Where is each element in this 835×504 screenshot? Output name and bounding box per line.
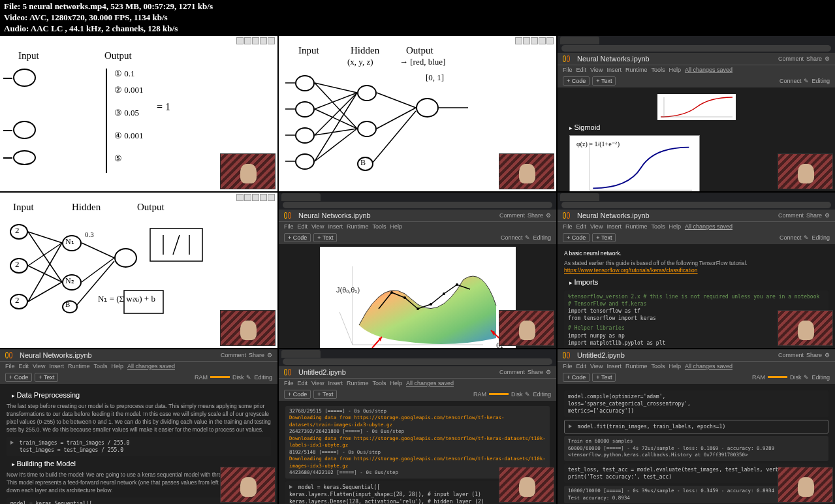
- code-cell[interactable]: train_images = train_images / 255.0 test…: [7, 437, 271, 456]
- webcam-overlay: [778, 467, 833, 503]
- svg-line-21: [28, 232, 62, 282]
- panel-colab-preprocess: Neural Networks.ipynb CommentShare⚙ File…: [0, 349, 277, 504]
- menu-file[interactable]: File: [563, 67, 573, 73]
- svg-point-41: [443, 292, 445, 295]
- svg-line-20: [28, 232, 62, 243]
- webcam-overlay: [778, 153, 833, 189]
- svg-line-8: [377, 93, 416, 108]
- svg-line-2: [315, 93, 357, 109]
- panel-whiteboard-3: Input Hidden Output 2 2 2 N₁ N₂ B 0.3: [0, 193, 277, 348]
- section-sigmoid: Sigmoid: [564, 123, 828, 133]
- gear-icon[interactable]: ⚙: [825, 55, 830, 62]
- svg-line-23: [28, 266, 62, 282]
- menu-tools[interactable]: Tools: [651, 67, 665, 73]
- menu-help[interactable]: Help: [669, 67, 681, 73]
- svg-line-10: [372, 111, 416, 163]
- svg-line-7: [315, 129, 357, 161]
- panel-whiteboard-1: Input Output ① 0.1 ② 0.001 ③ 0.05 = 1 ④ …: [0, 36, 277, 191]
- svg-point-37: [390, 291, 393, 294]
- webcam-overlay: [499, 153, 554, 189]
- menu-view[interactable]: View: [590, 67, 603, 73]
- svg-rect-29: [150, 228, 202, 261]
- add-code-button[interactable]: + Code: [563, 76, 590, 86]
- comment-button[interactable]: Comment: [778, 55, 804, 62]
- svg-line-1: [315, 83, 357, 129]
- svg-line-9: [377, 108, 416, 129]
- svg-line-6: [315, 93, 357, 161]
- webcam-overlay: [499, 467, 554, 503]
- menu-runtime[interactable]: Runtime: [625, 67, 648, 73]
- svg-line-22: [28, 243, 62, 266]
- file-info-line2: Video: AVC, 1280x720, 30.000 FPS, 1134 k…: [4, 12, 831, 24]
- run-cell-icon[interactable]: [10, 441, 14, 445]
- panel-colab-download: Untitled2.ipynb CommentShare⚙ FileEditVi…: [279, 349, 556, 504]
- svg-point-39: [417, 307, 419, 310]
- notebook-title[interactable]: Neural Networks.ipynb: [577, 212, 650, 219]
- axis-j: J(θ₀,θ₁): [336, 286, 360, 294]
- svg-line-27: [82, 258, 114, 282]
- svg-line-35: [339, 312, 353, 345]
- svg-line-0: [315, 83, 357, 93]
- notebook-title[interactable]: Neural Networks.ipynb: [577, 55, 650, 63]
- code-cell[interactable]: model.compile(optimizer='adam', loss='sp…: [564, 390, 828, 418]
- svg-point-40: [430, 303, 432, 306]
- tutorial-link[interactable]: https://www.tensorflow.org/tutorials/ker…: [564, 267, 698, 274]
- svg-line-5: [315, 129, 357, 135]
- colab-logo-icon: [563, 55, 573, 62]
- svg-point-42: [456, 283, 458, 286]
- menu-insert[interactable]: Insert: [607, 67, 622, 73]
- svg-line-3: [315, 109, 357, 129]
- menu-edit[interactable]: Edit: [576, 67, 587, 73]
- file-info-line1: File: 5 neural networks.mp4, 523 MB, 00:…: [4, 1, 831, 12]
- svg-line-24: [28, 243, 62, 302]
- webcam-overlay: [499, 310, 554, 346]
- code-cell-active[interactable]: model.fit(train_images, train_labels, ep…: [564, 420, 828, 433]
- wb1-input: Input: [18, 50, 39, 61]
- notebook-title[interactable]: Untitled2.ipynb: [298, 368, 346, 376]
- connect-button[interactable]: Connect: [780, 78, 802, 84]
- wb1-output: Output: [104, 50, 132, 61]
- panel-colab-fit: Untitled2.ipynb CommentShare⚙ FileEditVi…: [558, 349, 835, 504]
- webcam-overlay: [220, 153, 276, 189]
- svg-line-31: [173, 235, 180, 255]
- svg-line-25: [28, 282, 62, 302]
- webcam-overlay: [220, 467, 276, 503]
- svg-line-4: [315, 93, 357, 135]
- colab-logo-icon: [284, 212, 294, 219]
- panel-whiteboard-2: Input Hidden Output (x, y, z) → [red, bl…: [279, 36, 556, 191]
- svg-line-26: [82, 243, 114, 258]
- webcam-overlay: [778, 310, 833, 346]
- file-info-line3: Audio: AAC LC , 44.1 kHz, 2 channels, 12…: [4, 24, 831, 35]
- run-cell-icon[interactable]: [289, 485, 292, 489]
- run-cell-icon[interactable]: [569, 424, 572, 428]
- panel-colab-imports: Neural Networks.ipynb CommentShare⚙ File…: [558, 193, 835, 348]
- notebook-title[interactable]: Neural Networks.ipynb: [298, 212, 371, 219]
- panel-colab-sigmoid: Neural Networks.ipynb Comment Share ⚙ Fi…: [558, 36, 835, 191]
- panel-colab-surface: Neural Networks.ipynb CommentShare⚙ File…: [279, 193, 556, 348]
- notebook-title[interactable]: Neural Networks.ipynb: [20, 351, 92, 359]
- share-button[interactable]: Share: [806, 55, 822, 62]
- webcam-overlay: [220, 310, 276, 346]
- add-text-button[interactable]: + Text: [592, 76, 616, 86]
- notebook-title[interactable]: Untitled2.ipynb: [577, 351, 625, 359]
- svg-point-38: [403, 296, 406, 299]
